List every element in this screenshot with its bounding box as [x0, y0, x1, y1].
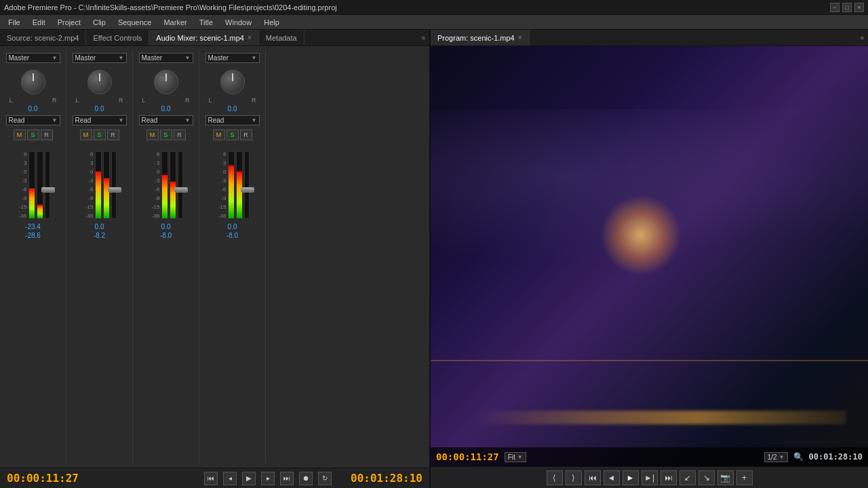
channel-4-pan-knob[interactable] [220, 70, 245, 94]
channel-4-mute-btn[interactable]: M [213, 129, 225, 140]
channel-4-label[interactable]: Master ▼ [205, 53, 260, 63]
channel-2-read-row: Read ▼ [73, 115, 127, 125]
monitor-add[interactable]: + [736, 470, 753, 485]
monitor-step-back[interactable]: ◄ [604, 470, 620, 485]
channel-3-db-scale: 6 3 0 -3 -6 -9 -15 -36 [149, 151, 160, 219]
menu-marker[interactable]: Marker [158, 17, 192, 28]
menu-sequence[interactable]: Sequence [113, 17, 157, 28]
channel-3-pan-value: 0.0 [161, 105, 171, 113]
tab-source[interactable]: Source: scenic-2.mp4 [0, 30, 86, 45]
monitor-export[interactable]: 📷 [717, 470, 734, 485]
channel-1-vu-right-fill [37, 205, 43, 218]
channel-1-solo-btn[interactable]: S [27, 129, 39, 140]
channel-1-pan-value: 0.0 [28, 105, 38, 113]
channel-2-fader[interactable] [111, 151, 117, 219]
menu-window[interactable]: Window [220, 17, 257, 28]
preview-city-lights [475, 411, 846, 424]
channel-3-read-select[interactable]: Read ▼ [139, 115, 193, 125]
channel-4-msb-row: M S R [213, 129, 252, 140]
monitor-insert[interactable]: ↙ [679, 470, 696, 485]
channel-3-label[interactable]: Master ▼ [139, 53, 193, 63]
close-button[interactable]: × [854, 3, 864, 12]
channel-2-vu-left-fill [96, 171, 101, 218]
channel-1-fader[interactable] [45, 151, 50, 219]
channel-2-record-btn[interactable]: R [107, 129, 119, 140]
channel-4-read-arrow: ▼ [252, 117, 257, 123]
minimize-button[interactable]: − [830, 3, 840, 12]
zoom-icon[interactable]: 🔍 [793, 452, 804, 462]
monitor-mark-out[interactable]: ⟩ [566, 470, 582, 485]
menu-help[interactable]: Help [258, 17, 285, 28]
monitor-overlay: 00:00:11:27 Fit ▼ 1/2 ▼ 🔍 00:01:28:10 [431, 447, 868, 466]
channel-3-solo-btn[interactable]: S [160, 129, 172, 140]
channel-4-read-select[interactable]: Read ▼ [205, 115, 260, 125]
menu-title[interactable]: Title [194, 17, 218, 28]
channel-3-fader-handle[interactable] [174, 187, 188, 192]
channel-1-record-btn[interactable]: R [41, 129, 53, 140]
channel-1-mute-btn[interactable]: M [14, 129, 26, 140]
channel-1-read-select[interactable]: Read ▼ [6, 115, 60, 125]
preview-horizon [431, 360, 868, 361]
menu-edit[interactable]: Edit [27, 17, 51, 28]
fit-mode-select[interactable]: Fit ▼ [505, 452, 526, 462]
channel-2-vu-right [103, 151, 110, 219]
channel-3-record-btn[interactable]: R [174, 129, 186, 140]
program-tab-close[interactable]: × [518, 34, 522, 41]
maximize-button[interactable]: □ [842, 3, 852, 12]
monitor-goto-in[interactable]: ⏮ [585, 470, 601, 485]
channel-4-vu-left [228, 151, 235, 219]
channel-1-pan-knob[interactable] [21, 70, 45, 94]
menu-clip[interactable]: Clip [87, 17, 111, 28]
menu-file[interactable]: File [3, 17, 26, 28]
mixer-channel-2: Master ▼ L R 0.0 Read ▼ [66, 50, 133, 464]
channel-3-mute-btn[interactable]: M [146, 129, 159, 140]
channel-3-fader[interactable] [178, 151, 183, 219]
transport-total-time: 00:01:28:10 [351, 472, 422, 485]
tab-metadata[interactable]: Metadata [259, 30, 304, 45]
channel-2-fader-handle[interactable] [108, 187, 121, 192]
tab-effect-controls[interactable]: Effect Controls [86, 30, 149, 45]
quality-select[interactable]: 1/2 ▼ [764, 452, 788, 462]
channel-4-knob-container [220, 70, 245, 94]
channel-4-fader[interactable] [244, 151, 250, 219]
channel-2-solo-btn[interactable]: S [94, 129, 106, 140]
channel-3-vu-right [170, 151, 176, 219]
mixer-channels: Master ▼ L R 0.0 Read ▼ [0, 46, 429, 468]
transport-record[interactable]: ⏺ [299, 472, 313, 485]
channel-4-record-btn[interactable]: R [240, 129, 252, 140]
channel-1-fader-handle[interactable] [41, 187, 55, 192]
audio-mixer: Master ▼ L R 0.0 Read ▼ [0, 46, 429, 488]
program-panel-tabs: Program: scenic-1.mp4 × ≡ [431, 30, 868, 46]
channel-4-solo-btn[interactable]: S [226, 129, 239, 140]
channel-1-lr-labels: L R [9, 97, 57, 104]
channel-4-fader-handle[interactable] [241, 187, 254, 192]
channel-2-label[interactable]: Master ▼ [73, 53, 127, 63]
program-panel-menu[interactable]: ≡ [856, 30, 868, 45]
menu-project[interactable]: Project [52, 17, 86, 28]
transport-goto-out[interactable]: ⏭ [280, 472, 294, 485]
transport-step-forward[interactable]: ▸ [261, 472, 275, 485]
left-panel: Source: scenic-2.mp4 Effect Controls Aud… [0, 30, 431, 488]
tab-audio-mixer-close[interactable]: × [248, 34, 252, 41]
channel-2-pan-knob[interactable] [87, 70, 112, 94]
channel-2-read-select[interactable]: Read ▼ [73, 115, 127, 125]
channel-3-pan-knob[interactable] [154, 70, 178, 94]
monitor-mark-in[interactable]: ⟨ [547, 470, 563, 485]
monitor-play[interactable]: ► [623, 470, 639, 485]
transport-step-back[interactable]: ◂ [223, 472, 237, 485]
tab-audio-mixer[interactable]: Audio Mixer: scenic-1.mp4 × [149, 30, 258, 45]
transport-time-display: 00:00:11:27 [7, 472, 79, 485]
panel-menu-button[interactable]: ≡ [418, 30, 429, 45]
tab-program-monitor[interactable]: Program: scenic-1.mp4 × [431, 30, 530, 45]
channel-1-db-scale: 6 3 0 -3 -6 -9 -15 -36 [16, 151, 27, 219]
transport-play-btn[interactable]: ▶ [242, 472, 256, 485]
transport-goto-in[interactable]: ⏮ [204, 472, 218, 485]
monitor-step-forward[interactable]: ►| [642, 470, 658, 485]
channel-2-vu-left [95, 151, 102, 219]
channel-2-mute-btn[interactable]: M [80, 129, 92, 140]
channel-4-vu-right-fill [237, 171, 242, 218]
monitor-goto-out[interactable]: ⏭ [660, 470, 677, 485]
monitor-overwrite[interactable]: ↘ [698, 470, 715, 485]
transport-loop[interactable]: ↻ [318, 472, 332, 485]
channel-1-label[interactable]: Master ▼ [6, 53, 60, 63]
